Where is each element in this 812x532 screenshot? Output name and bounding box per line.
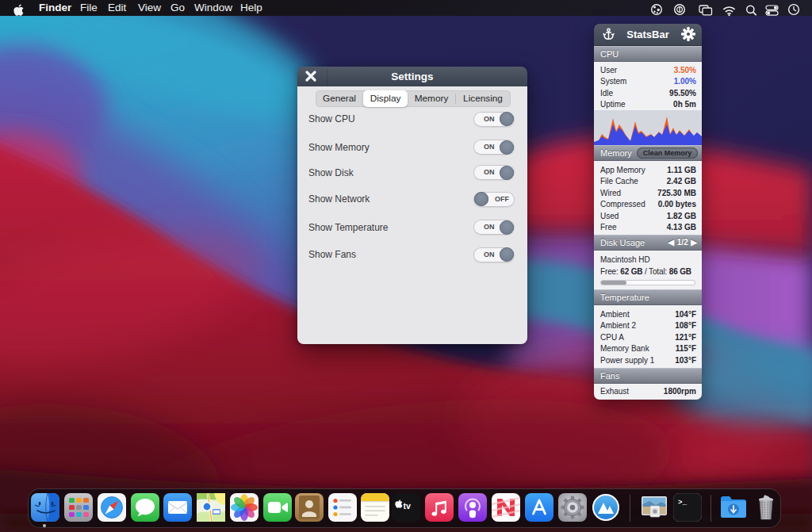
svg-text:tv: tv [404,501,411,511]
svg-text:>_: >_ [678,499,687,507]
